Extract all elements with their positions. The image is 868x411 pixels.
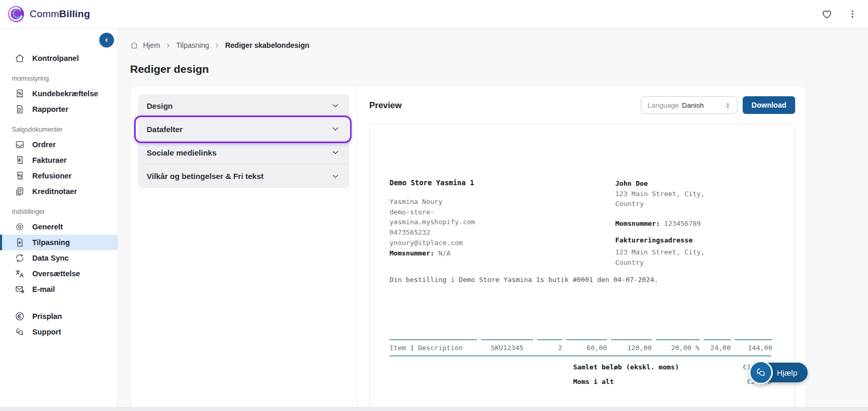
sidebar-item-data-sync[interactable]: Data Sync (0, 250, 118, 266)
table-column-rule (656, 339, 699, 344)
invoice-buyer-block: John Doe 123 Main Street, City, Country … (615, 178, 771, 267)
language-select[interactable]: Language Danish (641, 96, 737, 114)
language-select-label: Language (647, 101, 679, 109)
item-tax-amount-cell: 24,00 (704, 344, 731, 355)
sidebar-section-indstillinger: Indstillinger (0, 199, 118, 219)
invoice-seller-block: Demo Store Yasmina 1 Yasmina Noury demo-… (390, 178, 582, 267)
seller-line: 0473565232 (390, 227, 582, 238)
sidebar-item-label: Kundebekræftelse (32, 89, 98, 98)
chevron-left-icon (102, 36, 111, 44)
invoice-preview-document: Demo Store Yasmina 1 Yasmina Noury demo-… (369, 124, 795, 408)
billing-address-line: 123 Main Street, City, (615, 247, 771, 258)
brand: CommBilling (7, 5, 90, 23)
sidebar-item-label: Support (32, 328, 61, 336)
accordion-section-vilkaar-fritekst[interactable]: Vilkår og betingelser & Fri tekst (138, 164, 349, 188)
page-title: Rediger design (130, 63, 807, 75)
accordion-section-design[interactable]: Design (138, 94, 349, 118)
brand-logo-icon (7, 5, 25, 23)
buyer-address-line: Country (615, 199, 771, 209)
topbar: CommBilling (0, 0, 868, 29)
sidebar-item-rapporter[interactable]: Rapporter (0, 101, 118, 117)
sidebar-item-tilpasning[interactable]: Tilpasning (0, 235, 118, 250)
accordion-label: Vilkår og betingelser & Fri tekst (147, 172, 264, 181)
sidebar-item-email[interactable]: E-mail (0, 281, 118, 297)
accordion-section-vilkaar-wrap: Vilkår og betingelser & Fri tekst (138, 164, 349, 188)
item-description-cell: Item 1 Description (390, 344, 477, 355)
item-amount-cell: 120,00 (611, 344, 652, 355)
sidebar-item-ordrer[interactable]: Ordrer (0, 137, 118, 152)
help-widget: Hjælp (749, 361, 808, 384)
seller-vat-line: Momsnummer: N/A (390, 248, 582, 259)
chevron-right-icon (214, 42, 221, 49)
preview-panel: Preview Language Danish Download (357, 86, 806, 408)
accordion-label: Sociale medielinks (147, 148, 216, 157)
chevron-down-icon (331, 148, 340, 157)
sidebar-footer: Prisplan Support (0, 309, 118, 340)
sidebar-item-label: Prisplan (32, 312, 62, 320)
inbox-icon (15, 139, 25, 150)
breadcrumb-item-tilpasning[interactable]: Tilpasning (176, 41, 209, 49)
accordion-label: Design (147, 101, 173, 110)
help-chat-button[interactable] (749, 361, 773, 384)
download-button[interactable]: Download (743, 96, 795, 114)
table-column-rule (481, 339, 533, 344)
refund-receipt-icon (15, 171, 25, 181)
report-document-icon (15, 104, 25, 114)
invoice-euro-icon (15, 155, 25, 165)
total-row-vat: Moms i alt €24,00 (390, 378, 771, 386)
sidebar-item-label: Oversættelse (32, 269, 80, 278)
seller-line: Yasmina Noury (390, 197, 582, 207)
sidebar-section-salgsdokumenter: Salgsdokumenter (0, 117, 118, 137)
app-window: CommBilling Kontrolpanel (0, 0, 868, 411)
seller-line: demo-store- (390, 207, 582, 217)
sidebar-item-kontrolpanel[interactable]: Kontrolpanel (0, 50, 118, 66)
chevron-down-icon (331, 172, 340, 181)
table-bottom-rule (390, 355, 771, 356)
total-label: Samlet beløb (ekskl. moms) (573, 363, 721, 371)
sidebar-item-label: Generelt (32, 223, 63, 231)
sidebar-item-fakturaer[interactable]: Fakturaer (0, 152, 118, 168)
accordion-label: Datafelter (147, 125, 183, 134)
favorites-button[interactable] (821, 8, 833, 20)
buyer-vat-value: 123456789 (664, 220, 701, 227)
topbar-actions (821, 8, 859, 20)
sidebar-item-oversaettelse[interactable]: Oversættelse (0, 266, 118, 281)
item-tax-rate-cell: 20,00 % (656, 344, 699, 355)
buyer-vat-label: Momsnummer: (615, 220, 660, 227)
select-updown-icon (724, 101, 732, 109)
sidebar-item-support[interactable]: Support (0, 324, 118, 340)
mail-settings-icon (15, 284, 25, 294)
kebab-menu-icon (847, 9, 858, 19)
breadcrumb-home-icon (130, 41, 138, 49)
heart-icon (821, 8, 833, 20)
sidebar-item-kundebekraeftelse[interactable]: Kundebekræftelse (0, 86, 118, 101)
overflow-menu-button[interactable] (847, 9, 858, 19)
support-chat-icon (15, 327, 25, 337)
preview-title: Preview (369, 100, 401, 110)
sidebar-item-prisplan[interactable]: Prisplan (0, 309, 118, 324)
sidebar-item-label: Kontrolpanel (32, 54, 79, 62)
accordion-section-sociale-medielinks[interactable]: Sociale medielinks (138, 141, 349, 164)
sidebar-item-label: Rapporter (32, 105, 68, 113)
sidebar-item-refusioner[interactable]: Refusioner (0, 168, 118, 184)
chat-bubbles-icon (755, 366, 767, 379)
receipt-percent-icon (15, 88, 25, 99)
sidebar-item-label: Fakturaer (32, 156, 67, 164)
sidebar: Kontrolpanel momsstyring Kundebekræftels… (0, 29, 118, 411)
sidebar-item-label: Tilpasning (32, 238, 70, 247)
main-content: Hjem Tilpasning Rediger skabelondesign R… (118, 29, 868, 411)
sidebar-item-generelt[interactable]: Generelt (0, 219, 118, 235)
order-note: Din bestilling i Demo Store Yasmina 1s b… (390, 275, 771, 285)
sidebar-item-kreditnotaer[interactable]: Kreditnotaer (0, 184, 118, 199)
seller-vat-value: N/A (438, 249, 450, 257)
chevron-down-icon (331, 101, 340, 110)
item-qty-cell: 2 (537, 344, 562, 355)
table-column-rule (704, 339, 731, 344)
editor-card: Design Datafelter Sociale medieli (130, 85, 807, 409)
accordion-section-datafelter[interactable]: Datafelter (138, 118, 349, 141)
breadcrumb-item-hjem[interactable]: Hjem (143, 41, 160, 49)
sidebar-collapse-button[interactable] (99, 33, 114, 47)
billing-address-heading: Faktureringsadresse (615, 236, 771, 244)
table-column-rule (537, 339, 562, 344)
home-icon (15, 53, 25, 63)
